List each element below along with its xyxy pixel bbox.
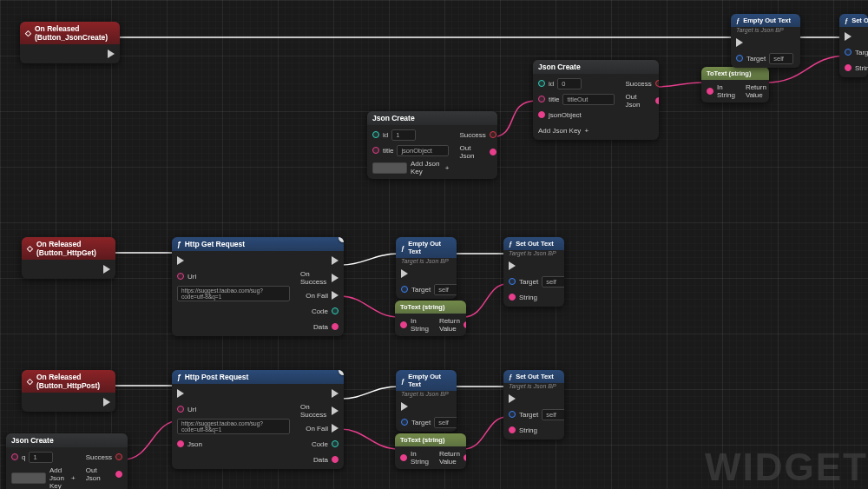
pin-success[interactable] [490,131,496,138]
event-icon: ◇ [25,29,31,37]
exec-in[interactable] [177,389,184,398]
exec-out-pin[interactable] [108,50,115,58]
pin-title[interactable] [372,147,379,154]
totext-node-post[interactable]: ToText (string) In String Return Value [395,433,466,469]
pin-ret[interactable] [464,454,466,461]
pin-jsonobject[interactable] [538,111,545,118]
exec-out[interactable] [332,389,339,398]
exec-out[interactable] [103,398,110,406]
exec-in[interactable] [845,32,852,41]
pin-q[interactable] [11,453,18,460]
plus-icon[interactable]: + [584,127,589,135]
func-icon: ƒ [736,17,740,24]
func-icon: ƒ [177,240,181,248]
pin-title[interactable] [538,96,545,102]
json-pin[interactable] [177,440,184,447]
exec-in[interactable] [509,261,516,270]
string-pin[interactable] [509,294,516,301]
event-node-httppost[interactable]: ◇On Released (Button_HttpPost) [22,370,115,412]
data-pin[interactable] [332,456,339,463]
func-icon: ƒ [845,17,848,24]
event-node-httpget[interactable]: ◇On Released (Button_HttpGet) [22,237,115,279]
event-icon: ◇ [27,377,33,386]
func-icon: ƒ [401,377,404,385]
on-fail[interactable] [332,424,339,433]
totext-node-top[interactable]: ToText (string) In String Return Value [701,67,769,102]
data-pin[interactable] [332,323,339,330]
watermark: WIDGET [705,446,868,489]
json-create-node-1[interactable]: Json Create id1 titlejsonObject Add Json… [367,111,497,179]
pin-id[interactable] [538,80,545,87]
string-pin[interactable] [845,64,852,71]
on-success[interactable] [332,406,339,415]
json-create-node-q[interactable]: Json Create q1 Add Json Key+ Success Out… [6,433,128,489]
set-out-text-get[interactable]: ƒSet Out Text Target is Json BP Targetse… [503,237,564,307]
on-fail[interactable] [332,291,339,300]
empty-out-text-top[interactable]: ƒEmpty Out Text Target is Json BP Target… [731,14,800,68]
http-post-request-node[interactable]: ƒHttp Post Request Url https://suggest.t… [172,370,344,469]
url-field[interactable]: https://suggest.taobao.com/sug?code=utf-… [177,286,290,301]
empty-out-text-post[interactable]: ƒEmpty Out Text Target is Json BP Target… [396,370,457,432]
exec-in[interactable] [401,402,408,411]
totext-node-get[interactable]: ToText (string) In String Return Value [395,301,466,336]
func-icon: ƒ [177,373,181,381]
pin-outjson[interactable] [115,471,122,478]
pin-success[interactable] [655,80,659,87]
pin-ret[interactable] [464,321,466,328]
input-blank[interactable] [372,162,407,174]
func-icon: ƒ [401,244,404,252]
set-out-text-post[interactable]: ƒSet Out Text Target is Json BP Targetse… [503,370,564,439]
exec-out[interactable] [103,265,110,274]
http-get-request-node[interactable]: ƒHttp Get Request Url https://suggest.ta… [172,237,344,336]
exec-in[interactable] [401,269,408,278]
string-pin[interactable] [509,426,516,433]
target-pin[interactable] [509,278,516,285]
url-pin[interactable] [177,273,184,280]
url-pin[interactable] [177,406,184,413]
pin-in[interactable] [400,321,407,328]
func-icon: ƒ [509,373,512,380]
exec-in[interactable] [177,256,184,265]
pin-in[interactable] [707,88,713,95]
exec-in[interactable] [736,38,743,47]
exec-out[interactable] [332,256,339,265]
pin-outjson[interactable] [655,97,659,104]
plus-icon[interactable]: + [71,474,76,482]
exec-in[interactable] [509,394,516,403]
func-icon: ƒ [509,240,512,248]
pin-id[interactable] [372,131,379,138]
input-blank[interactable] [11,472,46,484]
url-field[interactable]: https://suggest.taobao.com/sug?code=utf-… [177,419,290,434]
code-pin[interactable] [332,440,339,447]
pin-outjson[interactable] [490,149,496,155]
set-out-text-top[interactable]: ƒSet Out Text TargetString [839,14,868,77]
empty-out-text-get[interactable]: ƒEmpty Out Text Target is Json BP Target… [396,237,457,299]
on-success[interactable] [332,274,339,282]
code-pin[interactable] [332,307,339,314]
event-icon: ◇ [27,244,33,253]
target-pin[interactable] [401,286,408,293]
json-create-node-0[interactable]: Json Create id0 titletitleOut jsonObject… [533,60,659,140]
target-pin[interactable] [845,49,852,56]
target-pin[interactable] [509,411,516,418]
pin-success[interactable] [115,453,122,460]
plus-icon[interactable]: + [445,164,450,172]
target-pin[interactable] [401,419,408,426]
pin-in[interactable] [400,454,407,461]
event-node-jsoncreate[interactable]: ◇On Released (Button_JsonCreate) [20,22,120,63]
target-pin[interactable] [736,55,743,62]
